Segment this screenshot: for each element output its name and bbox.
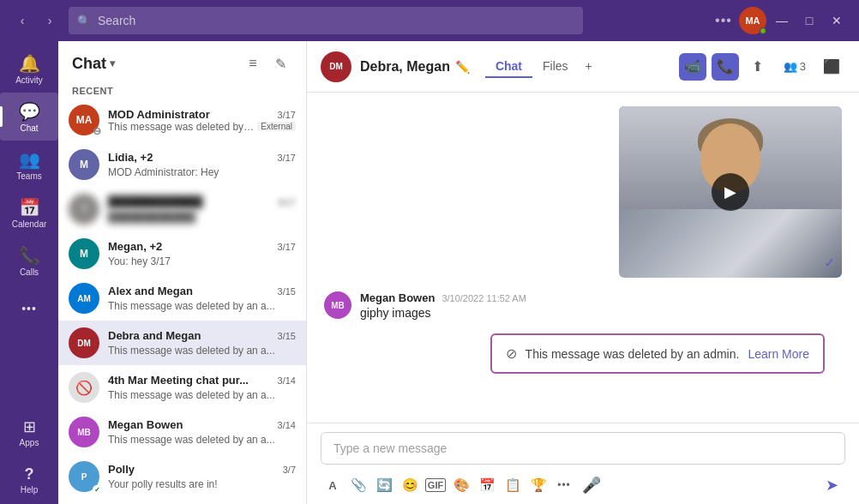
titlebar-right: ••• MA — □ ✕ (712, 7, 849, 34)
chat-item-time: 3/14 (278, 420, 296, 430)
search-bar[interactable]: 🔍 (69, 7, 583, 34)
calendar-icon: 📅 (19, 197, 40, 218)
list-item[interactable]: AM Alex and Megan 3/15 This message was … (58, 276, 306, 321)
back-button[interactable]: ‹ (10, 9, 34, 33)
phone-icon: 📞 (717, 58, 734, 75)
chat-panel-title[interactable]: Chat ▾ (72, 55, 115, 73)
send-icon: ➤ (826, 476, 838, 495)
chat-item-time: 3/17 (278, 197, 296, 207)
audio-call-button[interactable]: 📞 (712, 53, 739, 81)
chat-item-name: Megan, +2 (108, 240, 162, 253)
sidebar-item-calls[interactable]: 📞 Calls (0, 237, 58, 285)
avatar: AM (69, 283, 99, 314)
format-icon: A (328, 479, 336, 492)
main-layout: 🔔 Activity 💬 Chat 👥 Teams 📅 Calendar 📞 C… (0, 41, 859, 504)
chat-tabs: Chat Files + (485, 56, 599, 78)
chat-item-name: 4th Mar Meeting chat pur... (108, 374, 249, 387)
share-screen-button[interactable]: ⬆ (744, 53, 772, 81)
new-chat-button[interactable]: ✎ (268, 51, 292, 75)
schedule-button[interactable]: 📋 (501, 473, 525, 497)
activity-label: Activity (15, 75, 43, 85)
more-options-button[interactable]: ••• (712, 9, 736, 33)
list-item[interactable]: M Megan, +2 3/17 You: hey 3/17 (58, 231, 306, 276)
tab-files[interactable]: Files (532, 56, 579, 78)
external-badge: External (257, 122, 296, 131)
sidebar-item-calendar[interactable]: 📅 Calendar (0, 189, 58, 237)
chat-list-header: Chat ▾ ≡ ✎ (58, 41, 306, 82)
chat-item-preview: This message was deleted by an a... (108, 389, 275, 401)
chat-item-preview: This message was deleted by ... (108, 121, 254, 133)
chat-header-actions: 📹 📞 ⬆ 👥 3 ⬛ (679, 53, 845, 81)
gif-button[interactable]: GIF (423, 473, 448, 497)
deleted-icon: ⊘ (506, 345, 517, 362)
message-author-avatar: MB (324, 291, 351, 319)
sidebar-item-chat[interactable]: 💬 Chat (0, 93, 58, 141)
more-toolbar-button[interactable]: ••• (552, 473, 576, 497)
sidebar-item-help[interactable]: ? Help (0, 456, 58, 504)
list-item[interactable]: MB Megan Bowen 3/14 This message was del… (58, 410, 306, 454)
sidebar-item-apps[interactable]: ⊞ Apps (0, 408, 58, 456)
attach-button[interactable]: 📎 (346, 473, 370, 497)
participants-button[interactable]: 👥 3 (777, 57, 813, 76)
tab-chat[interactable]: Chat (485, 56, 532, 78)
list-item[interactable]: MA ⊖ MOD Administrator 3/17 This message… (58, 98, 306, 142)
chat-item-preview: ████████████ (108, 211, 195, 223)
chat-contact-avatar: DM (321, 51, 351, 82)
sidebar-item-more[interactable]: ••• (0, 285, 58, 333)
tab-add-button[interactable]: + (579, 56, 599, 78)
praise-button[interactable]: 🏆 (526, 473, 550, 497)
forward-button[interactable]: › (38, 9, 62, 33)
chat-list: MA ⊖ MOD Administrator 3/17 This message… (58, 98, 306, 504)
video-call-button[interactable]: 📹 (679, 53, 706, 81)
schedule-icon: 📋 (505, 477, 521, 493)
format-button[interactable]: A (321, 473, 345, 497)
filter-button[interactable]: ≡ (241, 51, 265, 75)
message-row: MB Megan Bowen 3/10/2022 11:52 AM giphy … (324, 291, 842, 320)
chat-item-content: MOD Administrator 3/17 This message was … (108, 108, 296, 133)
teams-icon: 👥 (19, 149, 40, 170)
minimize-button[interactable]: — (770, 9, 794, 33)
meet-button[interactable]: 📅 (475, 473, 499, 497)
chat-item-name: Polly (108, 463, 135, 476)
online-status-icon: ✓ (93, 485, 101, 494)
apps-icon: ⊞ (23, 417, 36, 436)
edit-icon[interactable]: ✏️ (455, 60, 470, 74)
share-icon: ⬆ (752, 58, 763, 75)
people-icon: 👥 (784, 60, 797, 73)
chat-item-preview: This message was deleted by an a... (108, 345, 275, 357)
list-item[interactable]: M Lidia, +2 3/17 MOD Administrator: Hey (58, 142, 306, 187)
recent-label: Recent (58, 82, 306, 98)
sidebar-nav: 🔔 Activity 💬 Chat 👥 Teams 📅 Calendar 📞 C… (0, 41, 58, 504)
video-thumbnail[interactable]: ▶ ✓ (619, 106, 842, 278)
audio-message-button[interactable]: 🎤 (578, 471, 605, 499)
sidebar-item-activity[interactable]: 🔔 Activity (0, 45, 58, 93)
loop-button[interactable]: 🔄 (372, 473, 396, 497)
maximize-button[interactable]: □ (797, 9, 821, 33)
more-actions-button[interactable]: ⬛ (818, 53, 845, 81)
list-item[interactable]: DM Debra and Megan 3/15 This message was… (58, 321, 306, 365)
list-item[interactable]: P ✓ Polly 3/7 Your polly results are in! (58, 454, 306, 499)
user-avatar[interactable]: MA (739, 7, 766, 34)
chat-item-content: Debra and Megan 3/15 This message was de… (108, 329, 296, 357)
input-placeholder: Type a new message (333, 441, 447, 455)
apps-label: Apps (20, 438, 39, 447)
chat-messages: ▶ ✓ MB Megan Bowen 3/10/2022 11:52 AM gi… (307, 93, 859, 423)
chat-item-name: Lidia, +2 (108, 151, 153, 164)
message-input[interactable]: Type a new message (321, 432, 845, 465)
help-label: Help (21, 485, 39, 495)
sticker-button[interactable]: 🎨 (449, 473, 473, 497)
play-button[interactable]: ▶ (712, 173, 749, 211)
sidebar-item-teams[interactable]: 👥 Teams (0, 141, 58, 189)
avatar: DM (69, 327, 99, 358)
chat-nav-label: Chat (20, 123, 38, 133)
search-input[interactable] (98, 14, 574, 27)
send-button[interactable]: ➤ (818, 471, 845, 499)
learn-more-link[interactable]: Learn More (748, 347, 809, 361)
teams-label: Teams (16, 171, 41, 181)
titlebar: ‹ › 🔍 ••• MA — □ ✕ (0, 0, 859, 41)
list-item[interactable]: 🚫 4th Mar Meeting chat pur... 3/14 This … (58, 365, 306, 410)
close-button[interactable]: ✕ (825, 9, 849, 33)
chat-item-time: 3/15 (278, 286, 296, 297)
emoji-button[interactable]: 😊 (398, 473, 422, 497)
list-item[interactable]: ? ████████████ 3/17 ████████████ (58, 187, 306, 231)
